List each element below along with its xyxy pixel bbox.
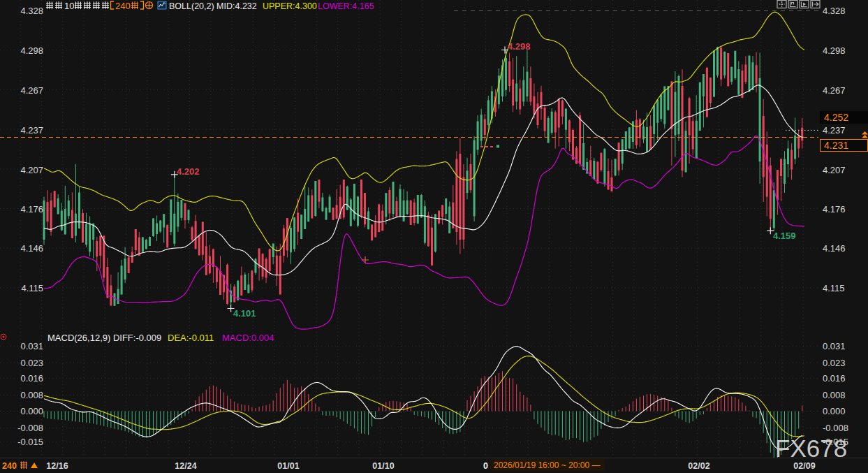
- svg-text:4.159: 4.159: [773, 231, 796, 241]
- svg-text:10: 10: [64, 1, 74, 11]
- svg-text:4.298: 4.298: [508, 41, 531, 52]
- svg-text:4.267: 4.267: [20, 85, 43, 96]
- svg-text:0.008: 0.008: [20, 390, 43, 400]
- svg-text:0.008: 0.008: [823, 390, 846, 400]
- svg-text:UPPER:4.300: UPPER:4.300: [263, 1, 317, 11]
- svg-text:4.328: 4.328: [20, 6, 43, 16]
- svg-text:2026/01/19 16:00 ~ 20:00 —: 2026/01/19 16:00 ~ 20:00 —: [494, 460, 600, 470]
- svg-text:4.101: 4.101: [233, 308, 256, 319]
- svg-text:0.000: 0.000: [823, 406, 846, 416]
- svg-text:-0.008: -0.008: [17, 423, 43, 433]
- svg-text:0.023: 0.023: [823, 358, 846, 368]
- svg-text:0.031: 0.031: [823, 341, 846, 351]
- svg-text:4.252: 4.252: [824, 112, 848, 123]
- svg-text:4.176: 4.176: [823, 204, 846, 214]
- svg-text:4.237: 4.237: [823, 125, 846, 136]
- svg-text:-0.015: -0.015: [17, 437, 43, 447]
- svg-text:DEA:-0.011: DEA:-0.011: [168, 333, 214, 343]
- svg-text:MACD:0.004: MACD:0.004: [222, 333, 274, 343]
- svg-text:4.202: 4.202: [177, 166, 200, 177]
- svg-text:BOLL(20,2) MID:4.232: BOLL(20,2) MID:4.232: [169, 1, 257, 11]
- svg-text:12/16: 12/16: [46, 461, 68, 471]
- svg-text:4.237: 4.237: [20, 125, 43, 136]
- svg-text:4.267: 4.267: [823, 85, 846, 96]
- svg-text:4.115: 4.115: [21, 283, 43, 293]
- svg-text:MACD(26,12,9) DIFF:-0.009: MACD(26,12,9) DIFF:-0.009: [47, 333, 161, 343]
- svg-text:0.016: 0.016: [20, 373, 43, 384]
- svg-text:4.176: 4.176: [20, 204, 43, 214]
- svg-text:01/10: 01/10: [372, 461, 394, 471]
- svg-text:0.016: 0.016: [823, 373, 846, 384]
- svg-text:4.231: 4.231: [824, 140, 848, 151]
- svg-text:4.146: 4.146: [20, 243, 43, 254]
- svg-text:0: 0: [483, 461, 488, 471]
- svg-text:4.328: 4.328: [823, 6, 846, 16]
- svg-text:4.207: 4.207: [20, 165, 43, 175]
- svg-text:4.298: 4.298: [823, 45, 846, 56]
- svg-text:4.115: 4.115: [823, 283, 845, 293]
- svg-text:4.146: 4.146: [823, 243, 846, 254]
- svg-text:01/01: 01/01: [277, 461, 299, 471]
- svg-text:0.000: 0.000: [20, 406, 43, 416]
- svg-text:02/09: 02/09: [793, 461, 815, 471]
- svg-text:240: 240: [115, 1, 131, 11]
- svg-text:4.207: 4.207: [823, 165, 846, 175]
- svg-text:0.023: 0.023: [20, 358, 43, 368]
- svg-text:LOWER:4.165: LOWER:4.165: [318, 1, 374, 11]
- svg-text:12/24: 12/24: [175, 461, 196, 471]
- svg-text:4.298: 4.298: [20, 45, 43, 56]
- svg-text:240: 240: [2, 461, 17, 471]
- svg-text:02/02: 02/02: [688, 461, 709, 471]
- svg-text:-0.008: -0.008: [823, 423, 848, 433]
- svg-text:0.031: 0.031: [20, 341, 43, 351]
